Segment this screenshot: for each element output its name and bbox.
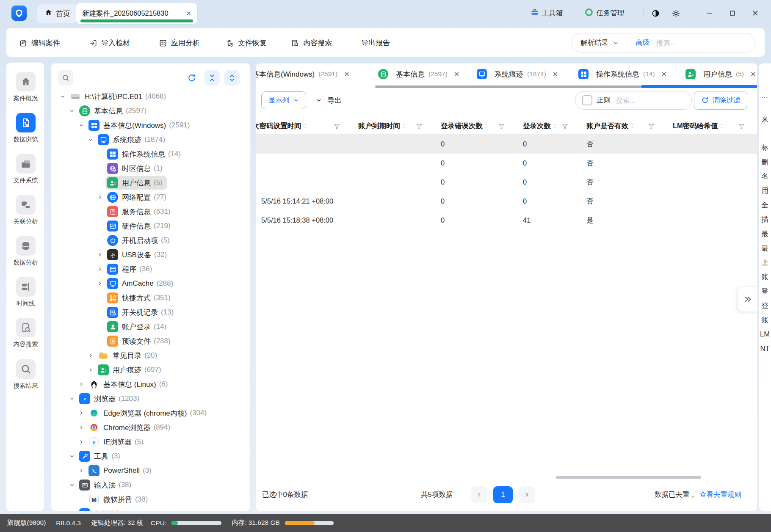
- export-button[interactable]: 导出: [315, 91, 342, 109]
- tree-item[interactable]: PowerShell(3): [51, 463, 250, 478]
- next-page-button[interactable]: [519, 486, 535, 503]
- edit-case-button[interactable]: 编辑案件: [19, 28, 60, 58]
- chevron-right-icon[interactable]: [88, 353, 94, 358]
- more-options-button[interactable]: ...: [759, 91, 771, 100]
- theme-toggle-button[interactable]: [648, 5, 664, 22]
- column-header-6[interactable]: LM密码哈希值: [668, 118, 757, 134]
- chevron-down-icon[interactable]: [69, 453, 75, 459]
- tab-close-icon[interactable]: ✕: [661, 70, 667, 78]
- content-tab-3[interactable]: 系统痕迹(1874)✕: [477, 63, 558, 85]
- sort-icon[interactable]: [719, 123, 724, 129]
- file-recovery-button[interactable]: 文件恢复: [226, 28, 267, 58]
- tree-item[interactable]: eIE浏览器(5): [51, 435, 250, 449]
- tab-strip-scrollbar[interactable]: [375, 85, 641, 88]
- case-tab[interactable]: 新建案件_20250605215830 ✕: [76, 3, 197, 24]
- table-row[interactable]: 00否: [256, 135, 757, 154]
- current-page-button[interactable]: 1: [493, 486, 513, 503]
- show-columns-button[interactable]: 显示列: [261, 91, 306, 109]
- tree-item[interactable]: 程序(36): [51, 262, 250, 276]
- sidebar-item-1[interactable]: 案件概况: [6, 72, 45, 102]
- home-tab[interactable]: 首页: [37, 4, 78, 23]
- toolbox-button[interactable]: 工具箱: [527, 6, 567, 21]
- chevron-right-icon[interactable]: [78, 424, 84, 430]
- chevron-down-icon[interactable]: [69, 482, 75, 488]
- tree-item[interactable]: 预读文件(238): [51, 334, 250, 348]
- content-tab-1[interactable]: 基本信息(Windows)(2591)✕: [256, 63, 350, 85]
- sidebar-item-2[interactable]: 数据浏览: [6, 113, 45, 143]
- content-tab-4[interactable]: 操作系统信息(14)✕: [578, 63, 667, 85]
- table-row[interactable]: 00否: [256, 173, 757, 192]
- tree-item[interactable]: USB设备(32): [51, 248, 250, 262]
- prev-page-button[interactable]: [471, 486, 487, 503]
- import-evidence-button[interactable]: 导入检材: [89, 28, 130, 58]
- regex-checkbox[interactable]: [582, 95, 592, 105]
- table-row[interactable]: 5/5/16 15:14:21 +08:0000否: [256, 192, 757, 211]
- tree-item[interactable]: 工具(3): [51, 449, 250, 463]
- global-search-input[interactable]: [655, 39, 742, 47]
- tree-item[interactable]: H:\计算机\PC.E01(4068): [51, 89, 250, 104]
- sidebar-item-5[interactable]: 数据分析: [6, 236, 45, 267]
- filter-funnel-icon[interactable]: [333, 123, 340, 130]
- case-tab-close-icon[interactable]: ✕: [186, 10, 191, 17]
- tree-item[interactable]: 基本信息(Windows)(2591): [51, 118, 250, 132]
- tree-item[interactable]: 用户信息(5): [51, 176, 250, 190]
- tree-item[interactable]: 开关机记录(13): [51, 305, 250, 320]
- expand-side-panel-button[interactable]: [738, 287, 758, 312]
- tree-item[interactable]: 服务信息(631): [51, 204, 250, 219]
- tree-item[interactable]: 系统痕迹(1874): [51, 132, 250, 147]
- tree-item[interactable]: 时区信息(1): [51, 161, 250, 176]
- content-search-button[interactable]: 内容搜索: [291, 28, 332, 58]
- chevron-down-icon[interactable]: [69, 396, 75, 402]
- filter-funnel-icon[interactable]: [648, 123, 655, 130]
- tree-collapse-all-button[interactable]: [204, 70, 220, 85]
- dedup-rules-link[interactable]: 查看去重规则: [699, 490, 741, 499]
- filter-funnel-icon[interactable]: [416, 123, 423, 130]
- tree-item[interactable]: 开机启动项(5): [51, 233, 250, 248]
- advanced-search-link[interactable]: 高级: [636, 38, 649, 47]
- content-tab-5-active[interactable]: 用户信息(5)✕: [685, 63, 756, 85]
- tree-item[interactable]: 操作系统信息(14): [51, 147, 250, 161]
- parse-result-dropdown[interactable]: 解析结果: [571, 38, 627, 47]
- export-report-button[interactable]: 导出报告: [361, 28, 390, 58]
- settings-gear-button[interactable]: [668, 5, 684, 22]
- tree-item[interactable]: 用户痕迹(697): [51, 363, 250, 377]
- column-header-4[interactable]: 登录次数: [518, 118, 581, 134]
- tab-close-icon[interactable]: ✕: [750, 70, 756, 78]
- sidebar-item-4[interactable]: 关联分析: [6, 195, 45, 226]
- chevron-right-icon[interactable]: [97, 281, 103, 287]
- chevron-right-icon[interactable]: [97, 194, 103, 200]
- chevron-down-icon[interactable]: [60, 94, 66, 99]
- tab-close-icon[interactable]: ✕: [553, 70, 558, 78]
- filter-funnel-icon[interactable]: [498, 123, 505, 130]
- column-header-2[interactable]: 账户到期时间: [353, 118, 436, 134]
- tree-item[interactable]: 快捷方式(351): [51, 291, 250, 305]
- tab-close-icon[interactable]: ✕: [344, 70, 349, 78]
- tree-item[interactable]: 文件分析(227): [51, 507, 250, 511]
- maximize-button[interactable]: [723, 5, 742, 22]
- chevron-right-icon[interactable]: [97, 266, 103, 272]
- minimize-button[interactable]: [700, 5, 719, 22]
- column-header-5[interactable]: 账户是否有效: [581, 118, 668, 134]
- chevron-right-icon[interactable]: [78, 381, 84, 387]
- clear-filter-button[interactable]: 清除过滤: [694, 91, 747, 110]
- sort-icon[interactable]: [553, 123, 557, 129]
- sidebar-item-3[interactable]: 文件系统: [6, 154, 45, 185]
- chevron-down-icon[interactable]: [69, 108, 75, 114]
- tree-item[interactable]: 常见目录(20): [51, 348, 250, 363]
- tree-item[interactable]: Edge浏览器 (chrome内核)(304): [51, 406, 250, 420]
- filter-funnel-icon[interactable]: [561, 123, 569, 130]
- sidebar-item-7[interactable]: 内容搜索: [6, 318, 45, 348]
- table-row[interactable]: 00否: [256, 154, 757, 173]
- table-row[interactable]: 5/5/16 15:18:38 +08:00041是: [256, 211, 757, 230]
- chevron-right-icon[interactable]: [88, 367, 94, 373]
- tree-search-button[interactable]: [58, 70, 73, 85]
- sort-icon[interactable]: [402, 123, 406, 129]
- sort-icon[interactable]: [630, 123, 635, 129]
- tree-item[interactable]: M微软拼音(38): [51, 492, 250, 507]
- tree-item[interactable]: Chrome浏览器(894): [51, 420, 250, 435]
- chevron-right-icon[interactable]: [97, 252, 103, 258]
- tree-refresh-button[interactable]: [184, 70, 199, 85]
- tree-item[interactable]: AmCache(288): [51, 276, 250, 291]
- column-header-3[interactable]: 登录错误次数: [436, 118, 518, 134]
- tree-item[interactable]: 输入法(38): [51, 478, 250, 492]
